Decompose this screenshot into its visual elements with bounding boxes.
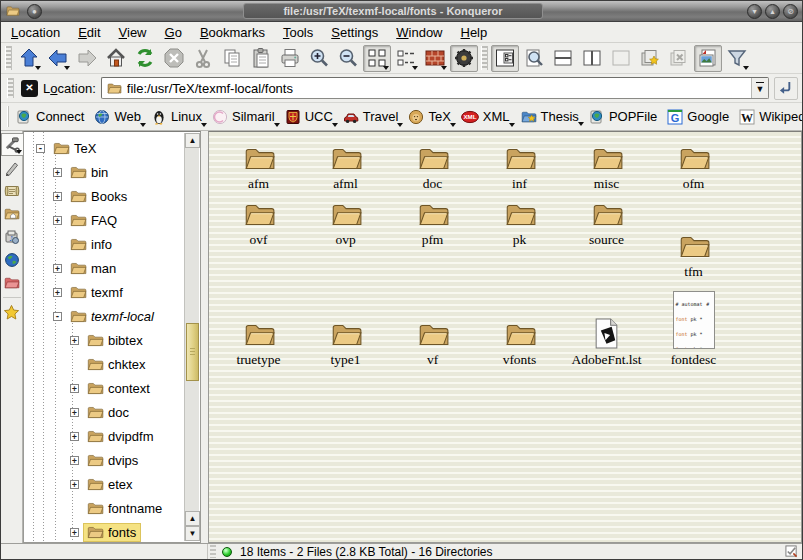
tree-expander-icon[interactable] [70, 336, 79, 345]
scrollbar-thumb[interactable] [186, 323, 199, 381]
location-dropdown-button[interactable]: ▼ [751, 78, 768, 98]
menu-window[interactable]: Window [396, 25, 442, 40]
tree-item[interactable]: etex [24, 472, 185, 496]
tree-item[interactable]: bin [24, 160, 185, 184]
tree-item[interactable]: info [24, 232, 185, 256]
tree-scrollbar[interactable]: ▲ ▲ ▼ [184, 133, 199, 541]
file-item[interactable]: afml [302, 138, 389, 194]
bookmark-silmaril[interactable]: Silmaril [209, 107, 280, 127]
file-item[interactable]: ovp [302, 194, 389, 250]
bookmark-dropdown-icon[interactable] [332, 123, 338, 127]
tree-item[interactable]: man [24, 256, 185, 280]
file-item[interactable]: vfonts [476, 282, 563, 370]
file-item[interactable]: ovf [215, 194, 302, 250]
tree-expander-icon[interactable] [53, 168, 62, 177]
statusbar-settings-icon[interactable] [785, 545, 798, 558]
sidebar-services-button[interactable]: ♪ [1, 225, 23, 248]
file-item[interactable]: misc [563, 138, 650, 194]
configure-dropdown-icon[interactable] [16, 150, 22, 154]
bookmark-xml[interactable]: XMLXML [458, 107, 515, 127]
sidebar-history-button[interactable] [1, 179, 23, 202]
go-button[interactable] [774, 77, 798, 100]
menu-help[interactable]: Help [461, 25, 488, 40]
location-input[interactable]: file:/usr/TeX/texmf-local/fonts ▼ [101, 77, 769, 99]
tree-item[interactable]: context [24, 376, 185, 400]
bookmark-connect[interactable]: Connect [13, 107, 89, 127]
menu-edit[interactable]: Edit [78, 25, 100, 40]
bookmark-dropdown-icon[interactable] [397, 123, 403, 127]
tree-item[interactable]: bibtex [24, 328, 185, 352]
scroll-up-icon[interactable]: ▲ [185, 511, 200, 526]
file-item[interactable]: type1 [302, 282, 389, 370]
tree-item[interactable]: chktex [24, 352, 185, 376]
file-item[interactable]: inf [476, 138, 563, 194]
window-menu-button[interactable]: ● [27, 4, 42, 19]
sidebar-bookmarks-button[interactable] [1, 301, 23, 324]
back-dropdown-icon[interactable] [64, 66, 70, 70]
file-item[interactable]: afm [215, 138, 302, 194]
sidebar-root-folder-button[interactable] [1, 271, 23, 294]
file-item[interactable]: AdobeFnt.lst [563, 282, 650, 370]
file-item[interactable]: pk [476, 194, 563, 250]
tree-item[interactable]: FAQ [24, 208, 185, 232]
sidebar-configure-button[interactable] [1, 133, 23, 156]
toolbar-grip[interactable] [481, 46, 488, 70]
minimize-button[interactable]: ▾ [747, 4, 762, 19]
reload-button[interactable] [131, 45, 159, 72]
tree-item[interactable]: doc [24, 400, 185, 424]
title-bar[interactable]: ● file:/usr/TeX/texmf-local/fonts - Konq… [1, 1, 802, 22]
back-button[interactable] [44, 45, 72, 72]
sidebar-toggle-button[interactable] [491, 45, 519, 72]
clear-location-button[interactable]: ✕ [21, 80, 38, 97]
bookmark-ucc[interactable]: UCC [282, 107, 338, 127]
zoom-out-button[interactable] [334, 45, 362, 72]
detail-view-button[interactable] [392, 45, 420, 72]
menu-bookmarks[interactable]: Bookmarks [200, 25, 265, 40]
copy-button[interactable] [218, 45, 246, 72]
icon-view-button[interactable] [363, 45, 391, 72]
tree-item[interactable]: texmf-local [24, 304, 185, 328]
tree-item[interactable]: fonts [24, 520, 185, 543]
file-item[interactable]: source [563, 194, 650, 250]
file-item[interactable]: vf [389, 282, 476, 370]
menu-location[interactable]: Location [11, 25, 60, 40]
bookmark-thesis[interactable]: Thesis [517, 107, 584, 126]
tree-expander-icon[interactable] [53, 264, 62, 273]
menu-settings[interactable]: Settings [331, 25, 378, 40]
detail-view-dropdown-icon[interactable] [412, 66, 418, 70]
zoom-in-button[interactable] [305, 45, 333, 72]
close-button[interactable]: ⊘ [783, 4, 798, 19]
tree-expander-icon[interactable] [70, 408, 79, 417]
scroll-down-icon[interactable]: ▼ [185, 526, 200, 541]
menu-view[interactable]: View [119, 25, 147, 40]
file-item[interactable]: tfm [650, 194, 737, 282]
tree-item[interactable]: dvipdfm [24, 424, 185, 448]
bookmark-wikipedia[interactable]: WWikipedia [736, 107, 803, 127]
bookmark-dropdown-icon[interactable] [509, 123, 515, 127]
print-button[interactable] [276, 45, 304, 72]
location-value[interactable]: file:/usr/TeX/texmf-local/fonts [127, 81, 746, 96]
new-tab-button[interactable] [636, 45, 664, 72]
tree-expander-icon[interactable] [70, 384, 79, 393]
tree-expander-icon[interactable] [70, 480, 79, 489]
file-item[interactable]: pfm [389, 194, 476, 250]
bookmark-linux[interactable]: Linux [148, 107, 207, 127]
tree-expander-icon[interactable] [53, 192, 62, 201]
bookmark-tex[interactable]: TeX [405, 107, 455, 127]
split-top-bottom-button[interactable] [549, 45, 577, 72]
bookmark-dropdown-icon[interactable] [578, 122, 584, 126]
tree-expander-icon[interactable] [53, 312, 62, 321]
tree-expander-icon[interactable] [70, 432, 79, 441]
bookmark-travel[interactable]: Travel [340, 107, 404, 127]
bookmark-dropdown-icon[interactable] [140, 123, 146, 127]
bookmark-popfile[interactable]: POPFile [586, 107, 662, 127]
file-item[interactable]: ofm [650, 138, 737, 194]
sidebar-network-button[interactable] [1, 248, 23, 271]
toolbar-grip[interactable] [7, 78, 14, 98]
sidebar-home-folder-button[interactable] [1, 202, 23, 225]
maximize-button[interactable]: ▴ [765, 4, 780, 19]
toolbar-grip[interactable] [5, 46, 12, 70]
up-dropdown-icon[interactable] [35, 66, 41, 70]
tree-expander-icon[interactable] [70, 456, 79, 465]
bookmark-web[interactable]: Web [91, 107, 146, 127]
